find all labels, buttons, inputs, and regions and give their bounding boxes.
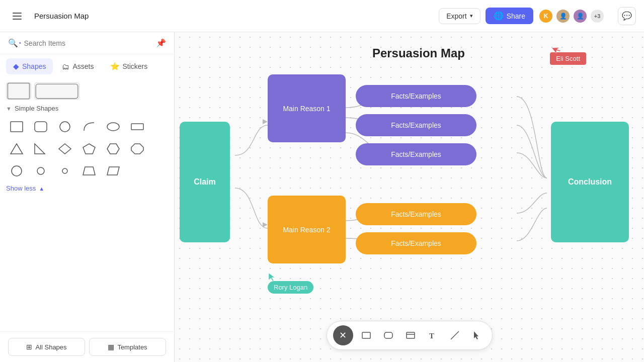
shape-circle[interactable] <box>54 117 75 136</box>
left-panel: 🔍 • 📌 ◆ Shapes 🗂 Assets ⭐ Stickers <box>0 32 175 362</box>
frame-tool[interactable] <box>401 326 420 344</box>
share-label: Share <box>507 12 525 20</box>
svg-point-5 <box>107 123 119 131</box>
menu-icon <box>13 13 22 20</box>
shape-triangle[interactable] <box>6 139 27 158</box>
tab-shapes-label: Shapes <box>22 62 46 70</box>
cursor-rory-label: Rory Logan <box>268 281 313 294</box>
all-shapes-button[interactable]: ⊞ All Shapes <box>8 338 85 356</box>
shape-circle-xs[interactable] <box>54 161 75 180</box>
shape-preset-2[interactable] <box>34 82 79 100</box>
document-title: Persuasion Map <box>34 12 431 20</box>
section-label-text: Simple Shapes <box>15 105 58 112</box>
shape-octagon[interactable] <box>127 139 148 158</box>
chevron-down-icon: ▾ <box>470 13 473 19</box>
frame-icon <box>406 330 416 340</box>
menu-button[interactable] <box>8 7 26 25</box>
rounded-rect-tool[interactable] <box>379 326 397 344</box>
shapes-row-3 <box>6 161 168 180</box>
shape-square[interactable] <box>6 117 27 136</box>
rounded-rect-icon <box>383 330 393 340</box>
select-icon <box>472 330 482 340</box>
export-button[interactable]: Export ▾ <box>439 8 480 24</box>
show-less-button[interactable]: Show less ▲ <box>6 180 168 196</box>
fact-5[interactable]: Facts/Examples <box>356 232 476 254</box>
svg-rect-3 <box>35 122 47 132</box>
svg-marker-11 <box>107 144 119 154</box>
simple-shapes-section[interactable]: ▼ Simple Shapes <box>6 105 168 112</box>
header: Persuasion Map Export ▾ 🌐 Share K 👤 👤 +3… <box>0 0 644 32</box>
node-conclusion-label: Conclusion <box>568 177 612 187</box>
shape-circle-sm[interactable] <box>30 161 51 180</box>
fact-3[interactable]: Facts/Examples <box>356 143 476 165</box>
shape-preset-1[interactable] <box>6 82 31 100</box>
search-icon: 🔍 <box>8 38 18 48</box>
tab-assets[interactable]: 🗂 Assets <box>55 58 101 74</box>
search-dot: • <box>19 40 21 46</box>
shape-diamond[interactable] <box>54 139 75 158</box>
shape-parallelogram[interactable] <box>103 161 124 180</box>
facts-purple-group: Facts/Examples Facts/Examples Facts/Exam… <box>356 85 476 165</box>
fact-1-label: Facts/Examples <box>391 92 441 100</box>
templates-button[interactable]: ▦ Templates <box>89 338 166 356</box>
chat-icon: 💬 <box>622 11 632 21</box>
pin-icon[interactable]: 📌 <box>156 38 166 48</box>
node-main-reason-1[interactable]: Main Reason 1 <box>268 74 346 142</box>
avatar-1: K <box>538 9 553 24</box>
shape-tabs: ◆ Shapes 🗂 Assets ⭐ Stickers <box>0 54 174 78</box>
shapes-row-1 <box>6 117 168 136</box>
fact-5-label: Facts/Examples <box>391 239 441 247</box>
share-button[interactable]: 🌐 Share <box>486 8 533 24</box>
tab-assets-label: Assets <box>72 62 94 70</box>
shapes-row-2 <box>6 139 168 158</box>
tab-shapes[interactable]: ◆ Shapes <box>6 58 53 74</box>
fact-2[interactable]: Facts/Examples <box>356 114 476 136</box>
search-input[interactable] <box>24 39 152 47</box>
shape-hexagon[interactable] <box>103 139 124 158</box>
svg-line-25 <box>451 331 459 339</box>
template-icon: ▦ <box>108 343 114 351</box>
svg-rect-22 <box>407 332 415 338</box>
node-claim[interactable]: Claim <box>180 122 230 242</box>
shapes-rows <box>6 117 168 180</box>
close-toolbar-button[interactable]: ✕ <box>333 325 353 345</box>
search-row: 🔍 • 📌 <box>0 32 174 54</box>
svg-marker-8 <box>35 144 45 154</box>
text-tool[interactable]: T <box>424 326 442 344</box>
svg-marker-18 <box>263 119 268 124</box>
node-main-reason-2[interactable]: Main Reason 2 <box>268 196 346 263</box>
svg-text:T: T <box>429 332 434 340</box>
shape-pentagon[interactable] <box>78 139 100 158</box>
svg-point-15 <box>62 168 67 173</box>
shape-arc[interactable] <box>78 117 100 136</box>
node-conclusion[interactable]: Conclusion <box>551 122 629 242</box>
shape-trapezoid[interactable] <box>78 161 100 180</box>
rectangle-tool[interactable] <box>357 326 375 344</box>
collaborator-avatars: K 👤 👤 +3 <box>538 9 605 24</box>
shape-ellipse[interactable] <box>103 117 124 136</box>
star-icon: ⭐ <box>110 62 120 71</box>
search-input-wrap: 🔍 • <box>8 38 152 48</box>
fact-2-label: Facts/Examples <box>391 121 441 129</box>
close-icon: ✕ <box>339 330 347 341</box>
shape-circle-outline[interactable] <box>6 161 27 180</box>
fact-1[interactable]: Facts/Examples <box>356 85 476 107</box>
fact-4-label: Facts/Examples <box>391 210 441 218</box>
tab-stickers[interactable]: ⭐ Stickers <box>103 58 155 74</box>
svg-point-4 <box>60 122 70 132</box>
shape-rounded-rect[interactable] <box>30 117 51 136</box>
chat-button[interactable]: 💬 <box>618 7 636 25</box>
main-layout: 🔍 • 📌 ◆ Shapes 🗂 Assets ⭐ Stickers <box>0 32 644 362</box>
cursor-eli: Eli Scott <box>550 52 586 65</box>
svg-rect-0 <box>8 83 29 99</box>
line-tool[interactable] <box>446 326 464 344</box>
select-tool[interactable] <box>468 326 486 344</box>
shape-right-triangle[interactable] <box>30 139 51 158</box>
node-claim-label: Claim <box>194 177 216 187</box>
canvas[interactable]: Persuasion Map Claim <box>175 32 644 362</box>
node-main2-label: Main Reason 2 <box>279 222 334 238</box>
svg-rect-6 <box>131 124 143 130</box>
shape-rect-wide[interactable] <box>127 117 148 136</box>
fact-4[interactable]: Facts/Examples <box>356 203 476 225</box>
svg-rect-20 <box>362 332 370 338</box>
